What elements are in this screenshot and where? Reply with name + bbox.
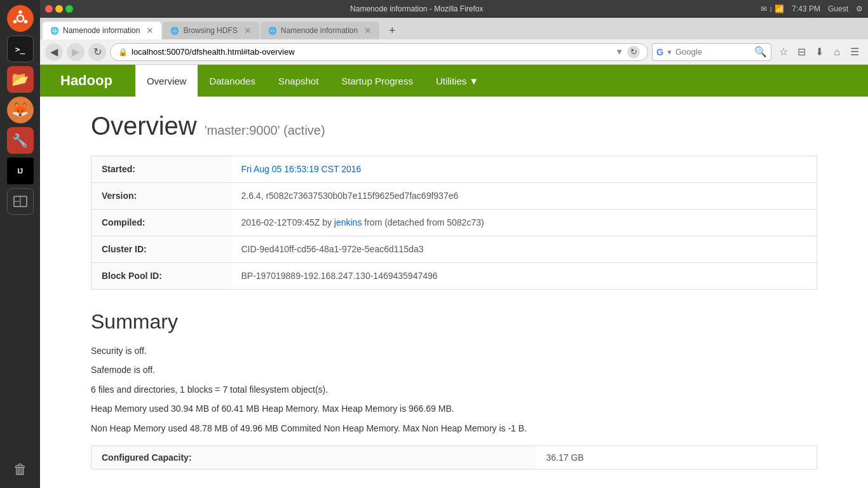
compiled-value: 2016-02-12T09:45Z by jenkins from (detac… bbox=[231, 210, 817, 236]
table-row: Cluster ID: CID-9ed410ff-cd56-48a1-972e-… bbox=[92, 236, 817, 263]
hadoop-brand: Hadoop bbox=[50, 72, 123, 89]
table-row: Started: Fri Aug 05 16:53:19 CST 2016 bbox=[92, 156, 817, 183]
user-label: Guest bbox=[828, 4, 848, 13]
home-icon[interactable]: ⌂ bbox=[829, 44, 845, 60]
hadoop-nav: Hadoop Overview Datanodes Snapshot Start… bbox=[40, 65, 868, 97]
nav-snapshot[interactable]: Snapshot bbox=[267, 65, 330, 97]
overview-title: Overview bbox=[91, 112, 197, 140]
configured-capacity-value: 36.17 GB bbox=[536, 445, 817, 469]
cluster-id-key: Cluster ID: bbox=[92, 236, 231, 263]
started-key: Started: bbox=[92, 156, 231, 183]
jenkins-link[interactable]: jenkins bbox=[334, 217, 362, 227]
minimize-btn[interactable] bbox=[55, 5, 63, 13]
utilities-dropdown-icon: ▼ bbox=[469, 76, 478, 86]
started-value[interactable]: Fri Aug 05 16:53:19 CST 2016 bbox=[241, 164, 362, 174]
page-reload[interactable]: ↻ bbox=[627, 46, 640, 58]
tab-0-close[interactable]: ✕ bbox=[146, 25, 154, 36]
address-bar: ◀ ▶ ↻ 🔒 ▼ ↻ G ▼ 🔍 ☆ ⊟ ⬇ ⌂ ☰ bbox=[40, 39, 868, 65]
google-icon: G bbox=[656, 47, 663, 57]
url-bar-container: 🔒 ▼ ↻ bbox=[110, 43, 648, 61]
tab-2[interactable]: 🌐 Namenode information ✕ bbox=[261, 22, 379, 39]
maximize-btn[interactable] bbox=[65, 5, 73, 13]
svg-point-2 bbox=[18, 10, 22, 14]
summary-line-2: 6 files and directories, 1 blocks = 7 to… bbox=[91, 383, 817, 396]
tab-2-close[interactable]: ✕ bbox=[364, 25, 372, 36]
overview-table: Started: Fri Aug 05 16:53:19 CST 2016 Ve… bbox=[91, 156, 817, 290]
version-key: Version: bbox=[92, 183, 231, 210]
idea-icon[interactable]: IJ bbox=[7, 158, 34, 184]
files-icon[interactable]: 📂 bbox=[7, 66, 34, 93]
version-value: 2.6.4, r5082c73637530b0b7e115f9625ed7fac… bbox=[231, 183, 817, 210]
nav-utilities[interactable]: Utilities ▼ bbox=[424, 65, 490, 97]
bookmark-list-icon[interactable]: ⊟ bbox=[793, 44, 810, 60]
power-icon[interactable]: ⚙ bbox=[856, 4, 863, 13]
table-row: Version: 2.6.4, r5082c73637530b0b7e115f9… bbox=[92, 183, 817, 210]
tab-2-favicon: 🌐 bbox=[268, 27, 277, 35]
forward-button[interactable]: ▶ bbox=[67, 43, 85, 61]
summary-line-0: Security is off. bbox=[91, 344, 817, 358]
bookmark-star-icon[interactable]: ☆ bbox=[775, 44, 792, 60]
back-button[interactable]: ◀ bbox=[45, 43, 63, 61]
tab-0-label: Namenode information bbox=[63, 26, 140, 35]
block-pool-id-value: BP-197019889-192.168.247.130-14694359474… bbox=[231, 263, 817, 290]
cluster-id-value: CID-9ed410ff-cd56-48a1-972e-5eac6d115da3 bbox=[231, 236, 817, 263]
capacity-row: Configured Capacity: 36.17 GB bbox=[92, 445, 817, 469]
menu-icon[interactable]: ☰ bbox=[846, 44, 863, 60]
table-row: Block Pool ID: BP-197019889-192.168.247.… bbox=[92, 263, 817, 290]
block-pool-id-key: Block Pool ID: bbox=[92, 263, 231, 290]
nav-datanodes[interactable]: Datanodes bbox=[198, 65, 267, 97]
nav-startup-progress[interactable]: Startup Progress bbox=[330, 65, 424, 97]
window-title: Namenode information - Mozilla Firefox bbox=[78, 4, 756, 13]
os-sidebar: >_ 📂 🦊 🔧 IJ 🗑 bbox=[0, 0, 40, 488]
search-bar-container: G ▼ 🔍 bbox=[652, 43, 771, 61]
search-input[interactable] bbox=[675, 47, 752, 57]
ubuntu-icon[interactable] bbox=[7, 5, 34, 32]
firefox-icon[interactable]: 🦊 bbox=[7, 97, 34, 123]
tab-1[interactable]: 🌐 Browsing HDFS ✕ bbox=[163, 22, 259, 39]
tab-2-label: Namenode information bbox=[281, 26, 358, 35]
trash-icon[interactable]: 🗑 bbox=[7, 456, 34, 483]
svg-point-3 bbox=[24, 20, 27, 24]
url-input[interactable] bbox=[132, 47, 611, 57]
svg-point-4 bbox=[13, 20, 17, 24]
nav-overview[interactable]: Overview bbox=[135, 65, 198, 97]
capacity-table: Configured Capacity: 36.17 GB bbox=[91, 445, 817, 470]
table-row: Compiled: 2016-02-12T09:45Z by jenkins f… bbox=[92, 210, 817, 236]
summary-heading: Summary bbox=[91, 310, 817, 334]
tmux-icon[interactable] bbox=[7, 188, 34, 215]
utilities-label: Utilities bbox=[436, 76, 466, 86]
configured-capacity-key: Configured Capacity: bbox=[92, 445, 536, 469]
tab-0[interactable]: 🌐 Namenode information ✕ bbox=[43, 22, 161, 39]
browser-window: Namenode information - Mozilla Firefox ✉… bbox=[40, 0, 868, 488]
compiled-key: Compiled: bbox=[92, 210, 231, 236]
overview-heading: Overview 'master:9000' (active) bbox=[91, 112, 817, 140]
page-content: Hadoop Overview Datanodes Snapshot Start… bbox=[40, 65, 868, 488]
tab-1-label: Browsing HDFS bbox=[183, 26, 237, 35]
tab-1-close[interactable]: ✕ bbox=[244, 25, 252, 36]
lock-icon: 🔒 bbox=[118, 48, 128, 57]
clock: 7:43 PM bbox=[792, 4, 820, 13]
summary-line-4: Non Heap Memory used 48.78 MB of 49.96 M… bbox=[91, 421, 817, 435]
toolbar-icons: ☆ ⊟ ⬇ ⌂ ☰ bbox=[775, 44, 863, 60]
dropdown-icon[interactable]: ▼ bbox=[615, 47, 623, 57]
download-icon[interactable]: ⬇ bbox=[811, 44, 827, 60]
search-icon[interactable]: 🔍 bbox=[754, 46, 767, 58]
tab-bar: 🌐 Namenode information ✕ 🌐 Browsing HDFS… bbox=[40, 18, 868, 39]
tab-0-favicon: 🌐 bbox=[50, 27, 59, 35]
tools-icon[interactable]: 🔧 bbox=[7, 127, 34, 154]
close-btn[interactable] bbox=[45, 5, 53, 13]
overview-subtitle: 'master:9000' (active) bbox=[205, 123, 325, 138]
reload-button[interactable]: ↻ bbox=[88, 43, 106, 61]
new-tab-button[interactable]: + bbox=[383, 22, 401, 39]
tab-1-favicon: 🌐 bbox=[170, 27, 179, 35]
search-dropdown: ▼ bbox=[666, 48, 673, 56]
main-content: Overview 'master:9000' (active) Started:… bbox=[40, 97, 868, 485]
title-bar: Namenode information - Mozilla Firefox ✉… bbox=[40, 0, 868, 18]
summary-line-1: Safemode is off. bbox=[91, 363, 817, 377]
terminal-icon[interactable]: >_ bbox=[7, 36, 34, 62]
system-icons: ✉ ↕ 📶 bbox=[761, 4, 785, 13]
summary-line-3: Heap Memory used 30.94 MB of 60.41 MB He… bbox=[91, 402, 817, 416]
